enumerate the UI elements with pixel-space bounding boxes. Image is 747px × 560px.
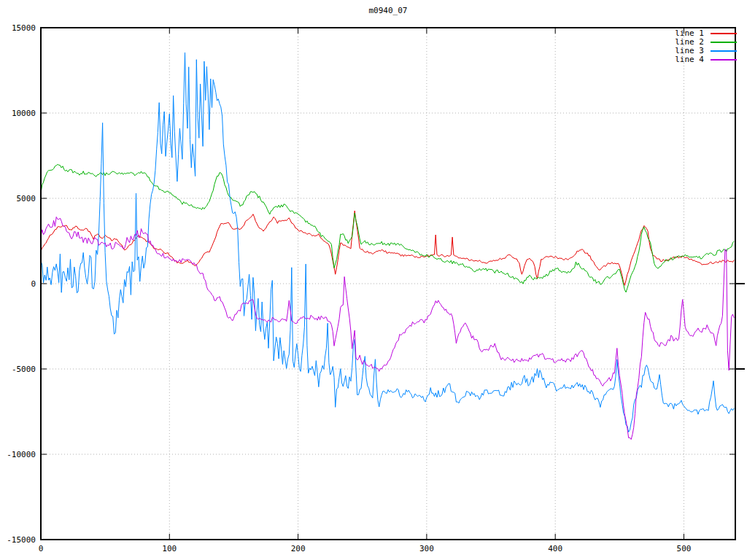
x-tick-label: 0 (39, 544, 44, 553)
series-path-line-4 (41, 217, 734, 440)
x-tick-label: 400 (548, 544, 562, 553)
x-tick-label: 100 (162, 544, 177, 553)
legend-swatch-line-1 (711, 33, 737, 34)
legend-row: line 4 (675, 55, 737, 64)
y-tick-label: -5000 (12, 365, 36, 374)
x-tick-label: 200 (291, 544, 306, 553)
x-tick-label: 500 (677, 544, 692, 553)
series-path-line-3 (41, 52, 734, 432)
y-tick-label: -15000 (7, 535, 36, 545)
series-path-line-1 (41, 211, 734, 285)
y-tick-label: 15000 (12, 23, 36, 33)
chart-window: m0940_07 0100200300400500-15000-10000-50… (0, 0, 747, 560)
legend-label-line-4: line 4 (675, 55, 704, 64)
x-tick-label: 300 (419, 544, 434, 553)
y-tick-label: -10000 (7, 450, 36, 459)
y-tick-label: 10000 (12, 109, 36, 118)
legend-swatch-line-4 (711, 59, 737, 61)
plot-canvas: 0100200300400500-15000-10000-50000500010… (0, 0, 747, 560)
y-tick-label: 5000 (17, 194, 36, 203)
legend-swatch-line-3 (711, 50, 737, 52)
series-path-line-2 (41, 165, 734, 292)
y-tick-label: 0 (31, 279, 36, 289)
legend-swatch-line-2 (711, 42, 737, 43)
legend: line 1 line 2 line 3 line 4 (675, 29, 737, 64)
